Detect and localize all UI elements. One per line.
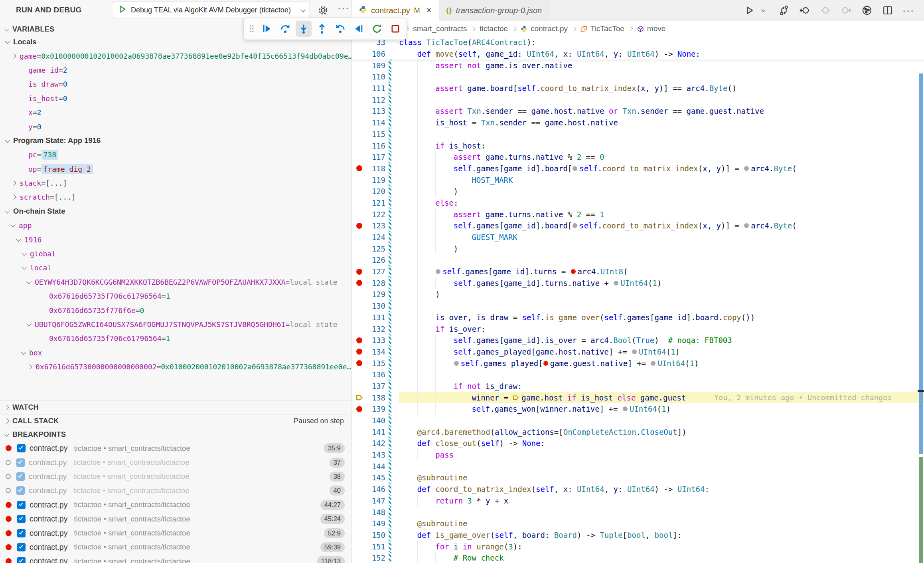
code-line[interactable]: 133self.games[game_id].is_over = arc4.Bo… [352,335,924,346]
variable-row[interactable]: 0x67616d65735f706c61796564 = 1 [0,289,352,303]
code-line[interactable]: 125) [352,243,924,254]
code-line-content[interactable]: assert game.turns.native % 2 == 1 [399,208,924,220]
code-line-content[interactable]: if not is_draw: [399,381,924,392]
code-line[interactable]: 123self.games[game_id].board[self.coord_… [352,220,924,232]
gutter[interactable]: 130 [352,300,399,312]
reverse-continue-button[interactable] [351,21,367,37]
gutter[interactable]: 145 [352,472,399,484]
gutter[interactable]: 147 [352,495,399,507]
gutter[interactable]: 123 [352,220,399,232]
drag-handle-icon[interactable] [247,21,257,37]
code-line[interactable]: 150def is_game_over(self, board: Board) … [352,529,924,541]
breakpoint-icon[interactable] [356,337,362,343]
code-line-content[interactable]: ) [399,289,924,300]
breakpoints-section-header[interactable]: BREAKPOINTS [0,428,352,441]
variable-row[interactable]: scratch = [...] [0,190,352,204]
code-line[interactable]: 127self.games[game_id].turns = arc4.UInt… [352,266,924,278]
chevron-down-icon[interactable] [10,222,16,228]
breakpoint-gutter-zone[interactable] [352,269,366,275]
code-line[interactable]: 137if not is_draw: [352,381,924,392]
code-line[interactable]: 119HOST_MARK [352,174,924,186]
code-line[interactable]: 151for i in urange(3): [352,541,924,552]
breakpoint-row[interactable]: contract.pytictactoe • smart_contracts/t… [0,484,352,498]
code-line[interactable]: 106def move(self, game_id: UInt64, x: UI… [352,48,924,60]
inline-step-target-icon[interactable] [454,361,459,366]
gutter[interactable]: 133 [352,335,399,346]
code-line[interactable]: 112 [352,94,924,105]
code-line-content[interactable]: is_over, is_draw = self.is_game_over(sel… [399,312,924,323]
run-python-file-icon[interactable] [744,5,755,16]
code-line[interactable]: 118self.games[game_id].board[self.coord_… [352,163,924,174]
code-line-content[interactable] [399,369,924,381]
gutter[interactable]: 141 [352,426,399,438]
code-line[interactable]: 121else: [352,197,924,209]
breadcrumb-item-class[interactable]: TicTacToe [580,24,624,33]
code-line-content[interactable]: ) [399,243,924,254]
code-line-content[interactable]: return 3 * y + x [399,495,924,507]
gutter[interactable]: 132 [352,323,399,335]
code-line-content[interactable]: self.games_played[game.guest.native] += … [399,357,924,369]
breakpoint-icon[interactable] [356,280,362,286]
gutter[interactable]: 122 [352,208,399,220]
variable-row[interactable]: 0x67616d65735f706c61796564 = 1 [0,331,352,345]
gutter[interactable]: 135 [352,357,399,369]
inline-breakpoint-icon[interactable] [571,269,576,274]
source-control-graph-icon[interactable] [862,5,872,16]
variable-row[interactable]: stack = [...] [0,176,352,190]
chevron-down-icon[interactable] [5,138,10,143]
gutter[interactable]: 114 [352,117,399,129]
variable-row[interactable]: pc = 738 [0,148,352,162]
gutter[interactable]: 121 [352,197,399,209]
gutter[interactable]: 127 [352,266,399,278]
breakpoint-row[interactable]: contract.pytictactoe • smart_contracts/t… [0,554,352,563]
code-line-content[interactable] [399,460,924,472]
code-line[interactable]: 111assert game.board[self.coord_to_matri… [352,83,924,94]
breakpoint-row[interactable]: contract.pytictactoe • smart_contracts/t… [0,455,352,469]
code-line[interactable]: 114is_host = Txn.sender == game.host.nat… [352,117,924,129]
code-line-content[interactable]: self.games_won[winner.native] += UInt64(… [399,403,924,415]
code-line[interactable]: 131is_over, is_draw = self.is_game_over(… [352,312,924,323]
code-line-content[interactable] [399,415,924,426]
gutter[interactable]: 136 [352,369,399,381]
step-out-button[interactable] [314,21,330,37]
code-line[interactable]: 141@arc4.baremethod(allow_actions=[OnCom… [352,426,924,438]
breakpoint-checkbox[interactable] [17,515,26,523]
code-line[interactable]: 142def close_out(self) -> None: [352,438,924,449]
breakpoint-row[interactable]: contract.pytictactoe • smart_contracts/t… [0,540,352,554]
code-line-content[interactable]: else: [399,197,924,209]
inline-step-target-icon[interactable] [436,269,440,274]
variable-row[interactable]: game = 0x010000000102010002a0693878ae377… [0,49,352,63]
breakpoint-checkbox[interactable] [16,486,25,495]
gutter[interactable]: 144 [352,460,399,472]
editor-more-actions-icon[interactable]: ··· [903,5,914,16]
code-line[interactable]: 126 [352,254,924,266]
breakpoint-gutter-zone[interactable] [352,280,366,286]
gutter[interactable]: 139 [352,403,399,415]
gutter[interactable]: 119 [352,174,399,186]
gutter[interactable]: 148 [352,506,399,518]
breakpoint-gutter-zone[interactable] [352,360,366,366]
code-line-content[interactable]: is_host = Txn.sender == game.host.native [399,117,924,129]
code-line[interactable]: 134self.games_played[game.host.native] +… [352,346,924,358]
inline-breakpoint-icon[interactable] [543,361,548,366]
gutter[interactable]: 111 [352,83,399,94]
inline-step-target-icon[interactable] [632,349,637,354]
code-line-content[interactable]: self.games[game_id].is_over = arc4.Bool(… [399,335,924,346]
code-line-content[interactable]: class TicTacToe(ARC4Contract): [399,37,924,48]
gutter[interactable]: 138 [352,392,399,403]
gutter[interactable]: 124 [352,232,399,243]
gutter[interactable]: 152 [352,552,399,563]
code-line-content[interactable]: def coord_to_matrix_index(self, x: UInt6… [399,484,924,495]
variable-row[interactable]: is_host = 0 [0,91,352,105]
code-line[interactable]: 149@subroutine [352,518,924,529]
code-line[interactable]: 120) [352,186,924,197]
code-line[interactable]: 109assert not game.is_over.native [352,59,924,71]
code-line[interactable]: 152# Row check [352,552,924,563]
gutter[interactable]: 110 [352,71,399,83]
breakpoint-gutter-zone[interactable] [352,223,366,229]
chevron-down-icon[interactable] [5,39,10,44]
breakpoint-gutter-zone[interactable] [352,406,366,412]
chevron-right-icon[interactable] [11,180,16,186]
code-line[interactable]: 145@subroutine [352,472,924,484]
breadcrumb-item-method[interactable]: move [637,24,665,33]
